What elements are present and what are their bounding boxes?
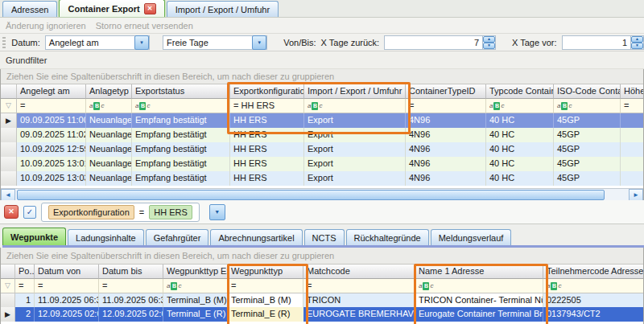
cell-angelegt-am[interactable]: 10.09.2025 13:01: [17, 157, 86, 171]
column-header-datum-von[interactable]: Datum von: [35, 265, 99, 279]
column-header-wegpunkttyp-exp[interactable]: Wegpunkttyp Exp...: [163, 265, 228, 279]
cell-exportstatus[interactable]: Empfang bestätigt: [132, 142, 230, 157]
column-header-datum-bis[interactable]: Datum bis: [99, 265, 163, 279]
filter-field-chip[interactable]: Exportkonfiguration: [48, 205, 134, 219]
cell-exportstatus[interactable]: Empfang bestätigt: [132, 113, 230, 128]
tab-import-export-umfuhr[interactable]: Import / Export / Umfuhr: [167, 1, 279, 17]
filter-cell[interactable]: aBc: [415, 279, 543, 293]
tab-rueckhaltegruende[interactable]: Rückhaltegründe: [346, 229, 429, 245]
column-header-iso-code-container[interactable]: ISO-Code Container: [554, 84, 621, 99]
filter-cell[interactable]: =: [228, 279, 303, 293]
table-row[interactable]: ▶ 09.09.2025 11:00 Neuanlage Empfang bes…: [1, 113, 643, 128]
column-header-anlagetyp[interactable]: Anlagetyp: [86, 84, 132, 99]
cell-anlagetyp[interactable]: Neuanlage: [86, 142, 132, 157]
cell-containertypeid[interactable]: 4N96: [406, 142, 486, 157]
cell-angelegt-am[interactable]: 09.09.2025 11:00: [17, 113, 86, 128]
cell-position[interactable]: 2: [15, 307, 35, 322]
spin-buttons[interactable]: ▲ ▼: [482, 36, 495, 49]
filter-cell[interactable]: =: [15, 279, 35, 293]
cell-import-export-umfuhr[interactable]: Export: [304, 142, 406, 157]
cell-exportkonfiguration[interactable]: HH ERS: [230, 171, 304, 186]
aenderung-ignorieren-button[interactable]: Änderung ignorieren: [6, 21, 86, 31]
cell-datum-bis[interactable]: 11.09.2025 06:30: [99, 293, 163, 307]
cell-name1-adresse[interactable]: Eurogate Container Terminal Bremerhaven: [415, 307, 543, 322]
cell-typcode[interactable]: 40 HC: [486, 157, 554, 171]
filter-cell[interactable]: aBc: [554, 99, 621, 113]
spin-down-icon[interactable]: ▼: [631, 43, 643, 49]
filter-dropdown-button[interactable]: ▼: [209, 204, 225, 220]
datum-combobox-dropdown-button[interactable]: ▼: [134, 35, 149, 50]
filter-cell[interactable]: =: [35, 279, 99, 293]
filter-cell[interactable]: =: [406, 99, 486, 113]
datum-combobox[interactable]: Angelegt am ▼: [45, 35, 150, 50]
cell-anlagetyp[interactable]: Neuanlage: [86, 157, 132, 171]
cell-hoehe[interactable]: [621, 128, 643, 142]
cell-datum-von[interactable]: 11.09.2025 06:30: [35, 293, 99, 307]
cell-exportkonfiguration[interactable]: HH ERS: [230, 128, 304, 142]
filter-cell-exportkonfiguration[interactable]: = HH ERS: [230, 99, 304, 113]
filter-cell[interactable]: aBc: [132, 99, 230, 113]
table-row[interactable]: 10.09.2025 13:03 Neuanlage Empfang bestä…: [1, 171, 643, 186]
cell-angelegt-am[interactable]: 09.09.2025 11:02: [17, 128, 86, 142]
cell-wegpunkttyp[interactable]: Terminal_B (M): [228, 293, 303, 307]
cell-isocode[interactable]: 45GP: [554, 157, 621, 171]
spin-buttons[interactable]: ▲ ▼: [630, 36, 643, 49]
filter-cell[interactable]: aBc: [86, 99, 132, 113]
filter-cell[interactable]: =: [99, 279, 163, 293]
cell-wegpunkttyp-exp[interactable]: Terminal_B (M): [163, 293, 228, 307]
filter-cell[interactable]: aBc: [304, 99, 406, 113]
tab-adressen[interactable]: Adressen: [2, 1, 57, 17]
cell-isocode[interactable]: 45GP: [554, 128, 621, 142]
cell-exportkonfiguration[interactable]: HH ERS: [230, 157, 304, 171]
close-tab-button[interactable]: ✕: [144, 3, 156, 14]
cell-import-export-umfuhr[interactable]: Export: [304, 171, 406, 186]
filter-cell[interactable]: =: [621, 99, 643, 113]
cell-anlagetyp[interactable]: Neuanlage: [86, 171, 132, 186]
filter-cell[interactable]: aBc: [163, 279, 228, 293]
column-header-hoehe[interactable]: Höhe: [621, 84, 643, 99]
cell-hoehe[interactable]: [621, 142, 643, 157]
spin-up-icon[interactable]: ▲: [483, 36, 495, 43]
storno-erneut-versenden-button[interactable]: Storno erneut versenden: [96, 21, 193, 31]
cell-hoehe[interactable]: [621, 171, 643, 186]
cell-datum-bis[interactable]: 12.09.2025 02:00: [99, 307, 163, 322]
table-row[interactable]: 10.09.2025 13:01 Neuanlage Empfang bestä…: [1, 157, 643, 171]
spin-up-icon[interactable]: ▲: [631, 36, 643, 43]
tab-gefahrgueter[interactable]: Gefahrgüter: [146, 229, 209, 245]
table-row[interactable]: 09.09.2025 11:02 Neuanlage Empfang bestä…: [1, 128, 643, 142]
column-header-exportkonfiguration[interactable]: Exportkonfiguration▽: [230, 84, 304, 99]
tab-ladungsinhalte[interactable]: Ladungsinhalte: [68, 229, 144, 245]
cell-position[interactable]: 1: [15, 293, 35, 307]
column-header-name1-adresse[interactable]: Name 1 Adresse: [415, 265, 543, 279]
table-row[interactable]: 10.09.2025 12:59 Neuanlage Empfang bestä…: [1, 142, 643, 157]
cell-teilnehmercode[interactable]: 0222505: [543, 293, 643, 307]
filter-cell[interactable]: aBc: [486, 99, 554, 113]
cell-exportstatus[interactable]: Empfang bestätigt: [132, 128, 230, 142]
table-row[interactable]: 1 11.09.2025 06:30 11.09.2025 06:30 Term…: [1, 293, 643, 307]
column-header-matchcode[interactable]: Matchcode: [303, 265, 415, 279]
cell-exportkonfiguration[interactable]: HH ERS: [230, 113, 304, 128]
cell-typcode[interactable]: 40 HC: [486, 171, 554, 186]
cell-datum-von[interactable]: 12.09.2025 02:00: [35, 307, 99, 322]
remove-filter-button[interactable]: ✕: [4, 205, 19, 219]
cell-isocode[interactable]: 45GP: [554, 142, 621, 157]
cell-exportkonfiguration[interactable]: HH ERS: [230, 142, 304, 157]
tab-ncts[interactable]: NCTS: [304, 229, 345, 245]
cell-angelegt-am[interactable]: 10.09.2025 13:03: [17, 171, 86, 186]
zeitraum-combobox-dropdown-button[interactable]: ▼: [252, 35, 266, 50]
cell-hoehe[interactable]: [621, 157, 643, 171]
filter-condition[interactable]: Exportkonfiguration = HH ERS: [41, 203, 200, 222]
zeitraum-combobox[interactable]: Freie Tage ▼: [163, 35, 267, 50]
column-header-import-export-umfuhr[interactable]: Import / Export / Umfuhr: [304, 84, 406, 99]
column-header-wegpunkttyp[interactable]: Wegpunkttyp: [228, 265, 303, 279]
cell-import-export-umfuhr[interactable]: Export: [304, 128, 406, 142]
cell-isocode[interactable]: 45GP: [554, 171, 621, 186]
cell-hoehe[interactable]: [621, 113, 643, 128]
column-header-containertypeid[interactable]: ContainerTypeID: [406, 84, 486, 99]
group-by-panel[interactable]: Ziehen Sie eine Spaltenüberschrift in di…: [1, 69, 643, 84]
cell-exportstatus[interactable]: Empfang bestätigt: [132, 171, 230, 186]
cell-typcode[interactable]: 40 HC: [486, 128, 554, 142]
column-header-position[interactable]: Po...: [15, 265, 35, 279]
cell-wegpunkttyp-focused[interactable]: Terminal_E (R): [228, 307, 303, 322]
column-header-exportstatus[interactable]: Exportstatus: [132, 84, 230, 99]
